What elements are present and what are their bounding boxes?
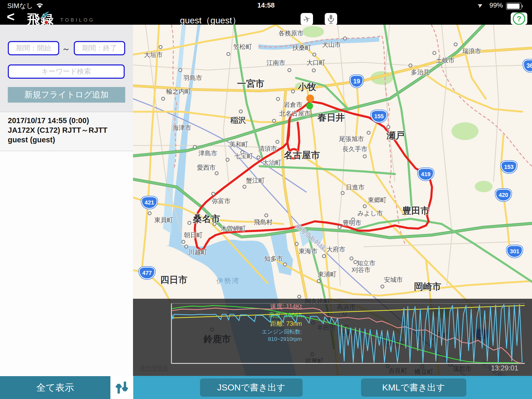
map-label: 豊田市: [402, 205, 430, 217]
top-bars: SIMなし 14:58 ➤ 99% < 飛録 TOBILOG guest（gue…: [0, 0, 532, 25]
map-label: 四日市: [160, 274, 188, 286]
map-label: 北名古屋市: [279, 109, 310, 118]
map-label: 愛西市: [197, 163, 216, 172]
logo-wing-icon: [41, 7, 49, 22]
town-marker-dot: [276, 140, 280, 144]
map-label: 稲沢: [230, 115, 246, 126]
telemetry-overlay: 速度: 114Kt高度: 1606ft距離: 73nmエンジン回転数:810~2…: [133, 299, 532, 376]
map-label: 東郷町: [368, 196, 387, 204]
town-marker-dot: [272, 119, 276, 123]
town-marker-dot: [291, 90, 295, 94]
map-label: 飛島村: [254, 218, 272, 226]
town-marker-dot: [387, 125, 390, 129]
map-label: 扶桑町: [292, 44, 311, 52]
map-label: 大口町: [307, 58, 325, 67]
sort-arrows-icon: [114, 380, 129, 395]
map-canvas[interactable]: 各務原市笠松町扶桑町犬山市江南市大口町瑞浪市土岐市多治見大垣市羽島市輪之内町海津…: [133, 25, 532, 399]
town-marker-dot: [184, 245, 188, 249]
flight-log-list-item[interactable]: 2017/10/17 14:55 (0:00) JA172X (C172) RJ…: [0, 112, 133, 151]
town-marker-dot: [264, 214, 268, 217]
help-icon: ?: [513, 12, 525, 25]
map-label: 蟹江町: [246, 176, 265, 185]
town-marker-dot: [433, 51, 436, 55]
town-marker-dot: [188, 221, 191, 225]
logo-target-icon: [44, 20, 49, 25]
town-marker-dot: [322, 254, 326, 258]
town-marker-dot: [148, 211, 152, 215]
town-marker-dot: [226, 158, 230, 162]
town-marker-dot: [211, 192, 215, 196]
town-marker-dot: [257, 156, 261, 159]
town-marker-dot: [409, 64, 413, 68]
voice-memo-button[interactable]: [325, 13, 337, 25]
period-start-input[interactable]: [8, 41, 59, 55]
town-marker-dot: [159, 45, 163, 49]
map-label: 小牧: [298, 81, 316, 93]
map-label: 輪之内町: [166, 87, 191, 96]
map-label: 川越町: [188, 248, 207, 256]
status-time: 14:58: [0, 1, 532, 9]
town-marker-dot: [288, 68, 291, 72]
map-attribution-link[interactable]: 著作権情報: [139, 364, 168, 372]
map-label: 大治町: [263, 158, 281, 167]
town-marker-dot: [297, 295, 301, 299]
app-logo-subtitle: TOBILOG: [60, 17, 95, 23]
map-label: 犬山市: [322, 41, 341, 49]
town-marker-dot: [161, 97, 165, 101]
show-all-button[interactable]: 全て表示: [0, 376, 110, 399]
town-marker-dot: [239, 110, 243, 114]
map-label: 長久手市: [342, 145, 367, 153]
map-label: 各務原市: [278, 29, 303, 37]
map-label: 東員町: [154, 216, 173, 224]
period-end-input[interactable]: [74, 41, 125, 55]
town-marker-dot: [213, 222, 217, 226]
map-label: 一宮市: [237, 78, 264, 90]
town-marker-dot: [343, 37, 347, 41]
map-label: 海津市: [172, 124, 191, 132]
map-label: 知多市: [264, 255, 283, 263]
town-marker-dot: [312, 69, 316, 72]
town-marker-dot: [350, 257, 354, 261]
town-marker-dot: [178, 68, 182, 72]
export-json-button[interactable]: JSONで書き出す: [200, 378, 303, 397]
map-label: 多治見: [411, 68, 430, 76]
back-button[interactable]: <: [7, 10, 15, 23]
map-label: みよし市: [357, 209, 383, 217]
battery-icon: [506, 3, 522, 10]
chart-timestamp: 13:29:01: [491, 364, 518, 372]
map-label: 知立市: [357, 259, 375, 267]
keyword-search-input[interactable]: [8, 64, 125, 79]
airplane-icon: ✈: [302, 13, 312, 25]
map-label: 弥富市: [212, 197, 230, 205]
map-label: 岡崎市: [414, 281, 441, 293]
sidebar: ～ 新規フライトログ追加 2017/10/17 14:55 (0:00) JA1…: [0, 25, 133, 399]
map-label: 尾張旭市: [339, 135, 364, 143]
map-label: 日進市: [346, 183, 364, 191]
town-marker-dot: [338, 225, 342, 229]
period-tilde: ～: [62, 43, 70, 55]
help-button[interactable]: ?: [511, 12, 527, 25]
town-marker-dot: [381, 285, 384, 289]
sort-order-button[interactable]: [110, 376, 133, 399]
log-item-user: guest (guest): [8, 135, 133, 145]
log-item-datetime: 2017/10/17 14:55 (0:00): [8, 116, 133, 125]
map-label: 木曽岬町: [221, 224, 246, 233]
map-label: 豊明市: [343, 219, 361, 227]
map-label: 名古屋市: [284, 149, 320, 161]
chart-series-エンジン回転数: [172, 304, 522, 362]
app-root: SIMなし 14:58 ➤ 99% < 飛録 TOBILOG guest（gue…: [0, 0, 532, 399]
add-flight-log-button[interactable]: 新規フライトログ追加: [8, 87, 125, 103]
battery-percent: 99%: [489, 1, 503, 9]
telemetry-chart: [133, 299, 532, 376]
map-label: 大府市: [327, 245, 345, 254]
town-marker-dot: [243, 185, 247, 189]
airplane-mode-button[interactable]: ✈: [301, 13, 313, 25]
map-label: 七宝町: [234, 152, 253, 160]
map-label: 津島市: [198, 149, 217, 157]
map-label: 岩倉市: [284, 101, 302, 109]
map-label: 安城市: [384, 276, 403, 284]
town-marker-dot: [193, 145, 197, 149]
export-kml-button[interactable]: KMLで書き出す: [361, 378, 466, 397]
map-label: 笠松町: [233, 43, 252, 51]
map-label: 伊勢湾: [216, 276, 240, 285]
